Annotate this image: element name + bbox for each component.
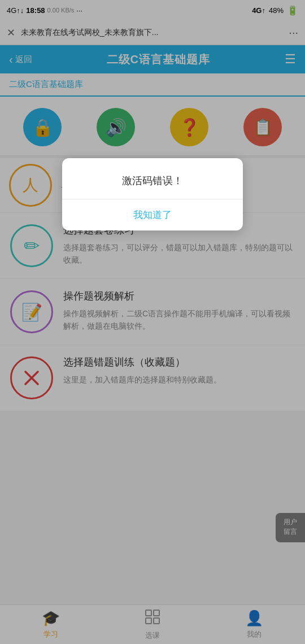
modal-overlay: 激活码错误！ 我知道了 [0, 0, 305, 644]
modal-box: 激活码错误！ 我知道了 [62, 158, 243, 230]
modal-message: 激活码错误！ [122, 175, 183, 186]
modal-confirm-button[interactable]: 我知道了 [62, 199, 243, 230]
modal-footer: 我知道了 [62, 199, 243, 230]
modal-body: 激活码错误！ [62, 158, 243, 199]
